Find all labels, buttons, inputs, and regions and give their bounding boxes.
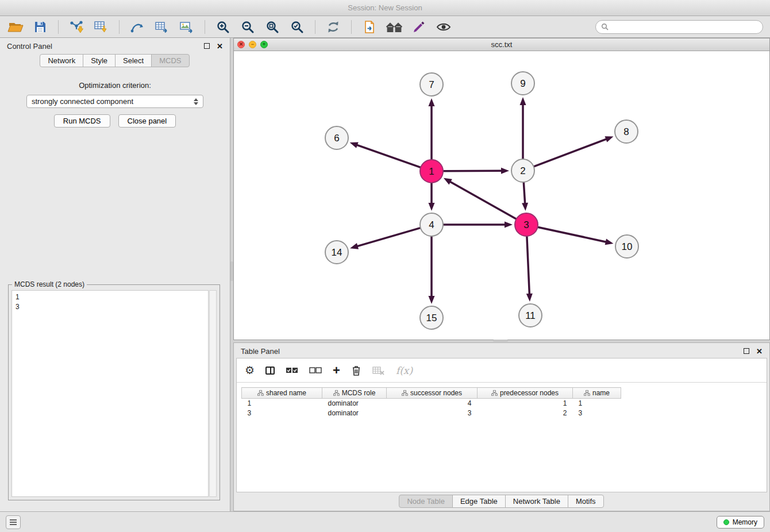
- tab-edge-table[interactable]: Edge Table: [452, 495, 506, 508]
- toolbar-separator: [58, 20, 59, 34]
- open-file-icon[interactable]: [5, 18, 26, 36]
- graph-edge-3-11[interactable]: [527, 237, 529, 294]
- plus-icon: +: [333, 364, 340, 377]
- zoom-selected-icon[interactable]: [286, 18, 308, 36]
- column-header-successor-nodes[interactable]: successor nodes: [387, 388, 478, 399]
- home-icon[interactable]: [383, 18, 405, 36]
- export-image-icon[interactable]: [176, 18, 198, 36]
- delete-column-icon[interactable]: [351, 363, 361, 379]
- table-settings-icon[interactable]: ⚙: [245, 363, 255, 379]
- graph-node-label: 9: [520, 78, 525, 89]
- close-table-panel-icon[interactable]: ✕: [756, 347, 763, 356]
- memory-button[interactable]: Memory: [717, 516, 764, 529]
- folder-icon: [7, 20, 24, 34]
- table-cell[interactable]: 1: [242, 399, 322, 408]
- close-panel-icon[interactable]: ✕: [217, 42, 223, 51]
- automation-panel-icon[interactable]: [6, 515, 21, 529]
- table-cell[interactable]: dominator: [322, 408, 387, 418]
- table-cell[interactable]: 1: [573, 399, 621, 408]
- tab-style[interactable]: Style: [83, 54, 116, 67]
- network-import-glyph: [69, 20, 84, 34]
- table-cell[interactable]: 4: [387, 399, 478, 408]
- tab-network[interactable]: Network: [40, 54, 83, 67]
- close-window-icon[interactable]: ✕: [237, 41, 245, 48]
- graph-edge-arrowhead: [350, 142, 359, 148]
- show-columns-icon[interactable]: [265, 363, 275, 379]
- import-network-icon[interactable]: [66, 18, 87, 36]
- search-input[interactable]: [612, 22, 757, 31]
- table-row[interactable]: 3dominator323: [242, 408, 621, 418]
- control-panel-header: Control Panel ✕: [0, 38, 230, 54]
- dropdown-arrows-icon: [194, 98, 198, 105]
- graph-edge-2-8[interactable]: [534, 139, 606, 166]
- vertical-splitter-grip[interactable]: [230, 261, 233, 281]
- table-cell[interactable]: dominator: [322, 399, 387, 408]
- minimize-window-icon[interactable]: −: [249, 41, 256, 48]
- apply-layout-icon[interactable]: [322, 18, 344, 36]
- save-session-icon[interactable]: [29, 18, 51, 36]
- column-header-MCDS-role[interactable]: MCDS role: [322, 388, 387, 399]
- graph-edge-arrowhead: [429, 203, 435, 211]
- graph-edge-4-14[interactable]: [357, 228, 419, 246]
- graph-edge-arrowhead: [444, 178, 452, 185]
- zoom-out-icon[interactable]: [237, 18, 259, 36]
- zoom-fit-glyph: [265, 20, 279, 34]
- window-title: Session: New Session: [348, 3, 422, 12]
- table-cell[interactable]: 3: [573, 408, 621, 418]
- table-cell[interactable]: 2: [478, 408, 573, 418]
- import-table-icon[interactable]: [90, 18, 112, 36]
- table-cell[interactable]: 3: [242, 408, 322, 418]
- zoom-fit-icon[interactable]: [261, 18, 283, 36]
- style-icon[interactable]: [408, 18, 430, 36]
- run-mcds-button[interactable]: Run MCDS: [54, 114, 110, 128]
- floppy-icon: [33, 20, 47, 34]
- toolbar-separator: [119, 20, 120, 34]
- criterion-value: strongly connected component: [32, 97, 133, 106]
- column-header-shared-name[interactable]: shared name: [242, 388, 322, 399]
- optimization-label: Optimization criterion:: [0, 81, 230, 90]
- function-builder-icon[interactable]: f(x): [396, 363, 413, 379]
- search-box[interactable]: [595, 20, 763, 34]
- show-hide-icon[interactable]: [433, 18, 455, 36]
- toolbar-separator: [315, 20, 315, 34]
- gear-icon: ⚙: [245, 364, 255, 377]
- graph-node-label: 11: [525, 310, 536, 321]
- graph-edge-1-6[interactable]: [357, 145, 420, 167]
- open-browser-icon[interactable]: [359, 18, 380, 36]
- criterion-dropdown[interactable]: strongly connected component: [26, 95, 203, 108]
- search-icon: [601, 23, 609, 30]
- table-row[interactable]: 1dominator411: [242, 399, 621, 408]
- select-all-rows-icon[interactable]: [286, 363, 298, 379]
- float-panel-icon[interactable]: [204, 43, 210, 49]
- graph-edge-arrowhead: [605, 239, 614, 245]
- tab-node-table[interactable]: Node Table: [399, 495, 453, 508]
- refresh-glyph: [326, 20, 341, 34]
- network-window-title: scc.txt: [234, 40, 769, 49]
- tab-motifs[interactable]: Motifs: [568, 495, 604, 508]
- network-canvas[interactable]: 7968124314101511: [234, 51, 769, 340]
- tab-network-table[interactable]: Network Table: [505, 495, 568, 508]
- export-table-icon[interactable]: [151, 18, 173, 36]
- graph-edge-1-2[interactable]: [444, 171, 501, 171]
- add-column-icon[interactable]: +: [333, 363, 340, 379]
- graph-edge-2-3[interactable]: [523, 183, 525, 203]
- horizontal-splitter-grip[interactable]: [493, 340, 508, 342]
- export-network-icon[interactable]: [126, 18, 148, 36]
- table-cell[interactable]: 1: [478, 399, 573, 408]
- tab-select[interactable]: Select: [115, 54, 152, 67]
- result-scrollbar[interactable]: [209, 290, 217, 497]
- column-header-predecessor-nodes[interactable]: predecessor nodes: [478, 388, 573, 399]
- close-panel-button[interactable]: Close panel: [118, 114, 176, 128]
- column-header-name[interactable]: name: [573, 388, 621, 399]
- graph-edge-3-1[interactable]: [451, 182, 516, 219]
- float-table-panel-icon[interactable]: [744, 348, 749, 354]
- zoom-in-icon[interactable]: [212, 18, 234, 36]
- graph-edge-3-10[interactable]: [538, 227, 606, 241]
- image-export-glyph: [179, 20, 194, 34]
- delete-table-icon[interactable]: [372, 363, 385, 379]
- table-cell[interactable]: 3: [387, 408, 478, 418]
- tab-mcds[interactable]: MCDS: [151, 54, 189, 67]
- maximize-window-icon[interactable]: +: [260, 41, 268, 48]
- deselect-all-rows-icon[interactable]: [309, 363, 322, 379]
- table-panel-content: ⚙ +: [236, 358, 767, 492]
